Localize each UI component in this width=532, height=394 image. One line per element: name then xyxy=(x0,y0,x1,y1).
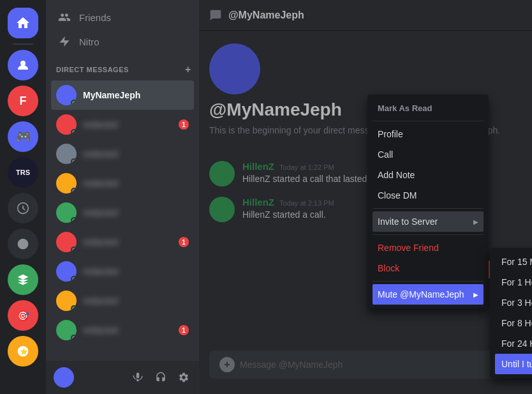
dm-status-9 xyxy=(71,335,77,340)
dm-section-title: DIRECT MESSAGES xyxy=(56,66,129,73)
svg-point-0 xyxy=(20,61,26,66)
dm-status-6 xyxy=(71,246,77,252)
dm-name-2: redacted xyxy=(83,119,117,130)
dm-item-6[interactable]: redacted 1 xyxy=(51,227,194,257)
server-icon-9[interactable]: ⭐ xyxy=(8,336,38,367)
dm-name-6: redacted xyxy=(83,237,117,247)
dm-list: MyNameJeph redacted 1 redacted redacted xyxy=(46,78,199,361)
rail-divider xyxy=(13,43,33,45)
dm-avatar-4 xyxy=(56,173,77,193)
submenu-1hr[interactable]: For 1 Hour xyxy=(495,272,532,292)
server-icon-8[interactable]: 🎯 xyxy=(8,300,38,331)
dm-status-5 xyxy=(71,217,77,223)
nitro-label: Nitro xyxy=(79,36,100,47)
dm-status-2 xyxy=(71,129,77,135)
ctx-add-note[interactable]: Add Note xyxy=(373,165,484,185)
settings-button[interactable] xyxy=(174,367,194,388)
dm-item-4[interactable]: redacted xyxy=(51,169,194,198)
mute-chevron-icon: ▶ xyxy=(473,291,478,298)
sidebar-nav: Friends Nitro xyxy=(46,0,199,54)
dm-item-2[interactable]: redacted 1 xyxy=(51,110,194,139)
dm-name-4: redacted xyxy=(83,178,117,188)
server-icon-6[interactable] xyxy=(8,229,38,259)
submenu-forever[interactable]: Until I turn it back on xyxy=(495,354,532,374)
sidebar-item-friends[interactable]: Friends xyxy=(51,5,194,29)
dm-avatar-9 xyxy=(56,320,77,340)
invite-chevron-icon: ▶ xyxy=(473,218,478,225)
dm-name-9: redacted xyxy=(83,325,117,335)
ctx-profile[interactable]: Profile xyxy=(373,124,484,144)
ctx-call[interactable]: Call xyxy=(373,144,484,165)
server-icon-2[interactable]: F xyxy=(8,86,38,116)
server-icon-3[interactable]: 🎮 xyxy=(8,121,38,152)
bottom-user-info xyxy=(51,367,125,388)
dm-section-header: DIRECT MESSAGES + xyxy=(46,54,199,78)
ctx-block[interactable]: Block xyxy=(373,258,484,278)
submenu-3hr[interactable]: For 3 Hours xyxy=(495,292,532,313)
main-content: @MyNameJeph @MyNameJeph This is the begi… xyxy=(199,0,532,394)
dm-item-7[interactable]: redacted xyxy=(51,257,194,286)
dm-badge-9: 1 xyxy=(179,325,189,335)
bottom-avatar xyxy=(54,367,74,388)
mute-submenu: For 15 Minutes For 1 Hour For 3 Hours Fo… xyxy=(490,248,532,378)
mic-button[interactable] xyxy=(128,367,148,388)
submenu-15min[interactable]: For 15 Minutes xyxy=(495,252,532,272)
dm-avatar-2 xyxy=(56,114,77,135)
dm-avatar-7 xyxy=(56,261,77,282)
server-rail: F 🎮 TRS 🎯 ⭐ xyxy=(0,0,46,394)
dm-name-8: redacted xyxy=(83,296,117,306)
ctx-close-dm[interactable]: Close DM xyxy=(373,185,484,206)
dm-status-mynameJeph xyxy=(71,100,77,105)
dm-name-3: redacted xyxy=(83,149,117,159)
server-icon-5[interactable] xyxy=(8,193,38,224)
ctx-remove-friend[interactable]: Remove Friend xyxy=(373,238,484,258)
ctx-divider-2 xyxy=(373,208,484,209)
dm-item-mynameJeph[interactable]: MyNameJeph xyxy=(51,80,194,110)
dm-avatar-6 xyxy=(56,232,77,252)
dm-avatar-5 xyxy=(56,202,77,223)
submenu-24hr[interactable]: For 24 Hours xyxy=(495,333,532,354)
ctx-divider-1 xyxy=(373,121,484,121)
dm-status-3 xyxy=(71,158,77,164)
svg-text:🎮: 🎮 xyxy=(16,130,30,144)
server-icon-4[interactable]: TRS xyxy=(8,157,38,188)
new-dm-button[interactable]: + xyxy=(182,64,194,75)
ctx-mute[interactable]: Mute @MyNameJeph ▶ xyxy=(373,284,484,305)
server-icon-7[interactable] xyxy=(8,264,38,295)
sidebar: Friends Nitro DIRECT MESSAGES + MyNameJe… xyxy=(46,0,199,394)
dm-name-5: redacted xyxy=(83,208,117,218)
dm-status-4 xyxy=(71,188,77,193)
dm-status-8 xyxy=(71,305,77,311)
context-menu: Mark As Read Profile Call Add Note Close… xyxy=(367,95,489,308)
dm-status-7 xyxy=(71,276,77,282)
ctx-mark-as-read[interactable]: Mark As Read xyxy=(373,98,484,118)
dm-badge-2: 1 xyxy=(179,119,189,130)
dm-badge-6: 1 xyxy=(179,237,189,247)
dm-avatar-8 xyxy=(56,291,77,311)
dm-item-3[interactable]: redacted xyxy=(51,139,194,169)
dm-item-8[interactable]: redacted xyxy=(51,286,194,315)
headset-button[interactable] xyxy=(151,367,171,388)
dm-item-5[interactable]: redacted xyxy=(51,198,194,227)
dm-name-mynameJeph: MyNameJeph xyxy=(83,90,140,100)
dm-item-9[interactable]: redacted 1 xyxy=(51,315,194,345)
dm-avatar-mynameJeph xyxy=(56,85,77,105)
ctx-divider-3 xyxy=(373,234,484,235)
friends-label: Friends xyxy=(79,12,111,23)
submenu-8hr[interactable]: For 8 Hours xyxy=(495,313,532,333)
sidebar-item-nitro[interactable]: Nitro xyxy=(51,29,194,54)
dm-avatar-3 xyxy=(56,144,77,164)
dm-name-7: redacted xyxy=(83,266,117,277)
nitro-icon xyxy=(57,34,71,49)
svg-text:⭐: ⭐ xyxy=(20,347,28,356)
server-icon-1[interactable] xyxy=(8,50,38,80)
ctx-divider-4 xyxy=(373,281,484,282)
ctx-invite[interactable]: Invite to Server ▶ xyxy=(373,211,484,232)
friends-icon xyxy=(57,10,71,24)
sidebar-bottom xyxy=(46,361,199,394)
home-server-icon[interactable] xyxy=(8,8,38,38)
